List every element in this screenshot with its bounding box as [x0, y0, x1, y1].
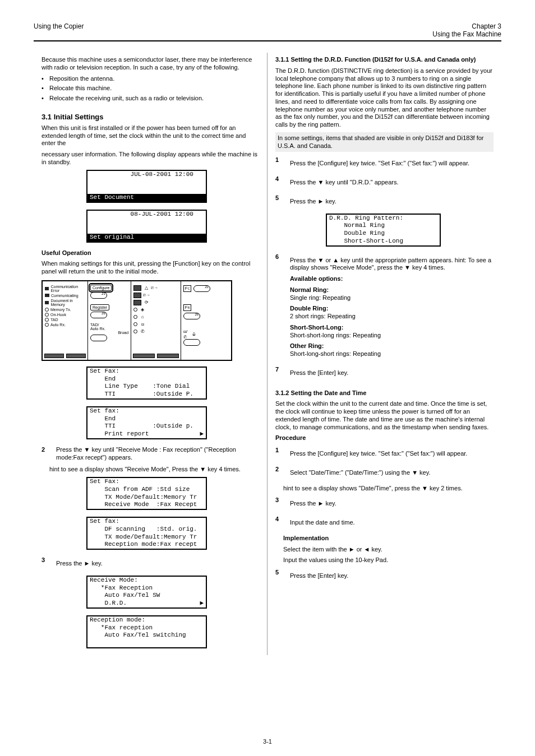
- step-6: 6 Press the ▼ or ▲ key until the appropr…: [275, 253, 494, 361]
- control-panel-diagram: Communication Error Communicating Docume…: [41, 280, 232, 361]
- led-tad-icon: [45, 318, 49, 322]
- led-onhook-icon: [45, 313, 49, 317]
- step-text: Press the [Enter] key.: [290, 572, 494, 580]
- lcd-line: Line Type :Tone Dial: [87, 383, 206, 391]
- impl-a: Select the item with the ► or ◄ key.: [283, 546, 494, 554]
- configure-button[interactable]: Configure: [90, 285, 112, 291]
- lcd-line: Receive Mode :Fax Recept: [87, 501, 206, 509]
- lcd-set-fax-4: Set fax: DF scanning :Std. orig. TX mode…: [86, 517, 207, 550]
- intro-b1: Reposition the antenna.: [41, 75, 259, 83]
- panel-bar-icon: [133, 285, 141, 291]
- register-button[interactable]: Register: [90, 304, 109, 310]
- step-text: Press the ► key.: [56, 560, 259, 568]
- tape-phone-icon: ⧈/✆: [183, 332, 189, 337]
- dot-icon: [133, 308, 137, 312]
- panel-leds: Communication Error Communicating Docume…: [43, 281, 88, 360]
- step-text: Press the [Configure] key twice. "Set fa…: [290, 450, 494, 458]
- step-num: 1: [275, 156, 284, 163]
- step-text: Select "Date/Time:" ("Date/Time:") using…: [290, 469, 494, 477]
- step-text: Press the ► key.: [290, 198, 494, 206]
- lcd-line-blank2: [87, 186, 206, 194]
- opt-label: Double Ring:: [290, 305, 328, 312]
- led-label: Memory Tx.: [50, 308, 71, 312]
- led-label: Document in Memory: [50, 299, 85, 307]
- header-left: Using the Copier: [34, 22, 84, 38]
- panel-icons: △⎚→ ⎚→ ⟳ ◈ ⌂ ⧈ ✆: [131, 281, 181, 360]
- step-num: 3: [275, 497, 284, 503]
- lcd-drd-pattern: D.R.D. Ring Pattern: Normal Ring Double …: [326, 214, 441, 247]
- lcd-line: [87, 639, 206, 647]
- opt-desc: Short-long-short rings: Repeating: [290, 350, 381, 357]
- right-arrow-icon: ▶: [200, 600, 204, 607]
- step-7: 7 Press the [Enter] key.: [275, 366, 494, 381]
- lcd-set-fax-2: Set fax: End TTI :Outside p. Print repor…: [86, 406, 207, 439]
- led-doc-memory-icon: [45, 301, 49, 304]
- proc-step-2: 2 Select "Date/Time:" ("Date/Time:") usi…: [275, 466, 494, 480]
- up-arrow-icon: △: [144, 285, 149, 291]
- s312-p: Set the clock within the unit to the cur…: [275, 400, 494, 431]
- step-num: 2: [41, 446, 50, 453]
- useful-p: When making settings for this unit, pres…: [41, 260, 259, 276]
- section-3-1-title: 3.1 Initial Settings: [41, 113, 259, 121]
- useful-title: Useful Operation: [41, 249, 259, 257]
- panel-bar-icon: [133, 300, 141, 305]
- opt-desc: 2 short rings: Repeating: [290, 313, 356, 319]
- tad-label: TAD/ Auto Rx.: [90, 323, 128, 331]
- step-text: Press the ▼ key until "D.R.D." appears.: [290, 179, 494, 187]
- led-label: On-Hook: [50, 313, 66, 317]
- step-text: Input the date and time.: [290, 519, 494, 527]
- lcd-line: Scan from ADF :Std size: [87, 486, 206, 494]
- diamond-icon: ◈: [140, 307, 145, 313]
- bottom-oval-button[interactable]: [183, 339, 200, 346]
- proc-hint: hint to see a display shows "Date/Time",…: [283, 485, 494, 493]
- step-num: 4: [275, 175, 284, 182]
- lcd-line-blank2: [87, 226, 206, 234]
- proc-step-1: 1 Press the [Configure] key twice. "Set …: [275, 447, 494, 461]
- tad-oval-button[interactable]: [90, 335, 107, 341]
- wifi-icon: ⌂: [140, 314, 145, 320]
- led-label: Communicating: [51, 294, 79, 298]
- dot-icon: [133, 315, 137, 319]
- step-2: 2 Press the ▼ key until "Receive Mode : …: [41, 446, 259, 462]
- step-num: 3: [41, 556, 50, 563]
- cycle-icon: ⟳: [144, 300, 149, 305]
- lcd-line: Normal Ring: [327, 222, 440, 230]
- step-num: 5: [275, 194, 284, 201]
- s311-title: 3.1.1 Setting the D.R.D. Function (Di152…: [275, 56, 494, 64]
- led-comm-error-icon: [45, 287, 49, 290]
- configure-oval-button[interactable]: 21: [90, 292, 107, 299]
- lcd-line: *Fax reception: [87, 624, 206, 632]
- lcd-title: Set Fax:: [87, 368, 206, 375]
- fc-oval-button[interactable]: 21: [193, 285, 210, 292]
- intro-b2: Relocate this machine.: [41, 85, 259, 92]
- lcd-line: D.R.D.▶: [87, 600, 206, 607]
- fc-icon: FC: [183, 285, 191, 292]
- lcd-line: TX mode/Default:Memory Tr: [87, 534, 206, 541]
- led-label: Auto Rx.: [50, 323, 66, 327]
- header-title: Using the Fax Machine: [432, 30, 501, 38]
- lcd-set-fax-3: Set Fax: Scan from ADF :Std size TX Mode…: [86, 477, 207, 510]
- step-num: 2: [275, 466, 284, 472]
- step-num: 4: [275, 516, 284, 522]
- lcd-line: TX Mode/Default:Memory Tr: [87, 494, 206, 502]
- fr-oval-button[interactable]: 26: [183, 313, 200, 319]
- step-text: Press the ► key.: [290, 500, 494, 508]
- step2-hint: hint to see a display shows "Receive Mod…: [49, 466, 259, 474]
- lcd-receive-mode-2: Reception mode: *Fax reception Auto Fax/…: [86, 615, 207, 648]
- lcd-line: Auto Fax/Tel SW: [87, 592, 206, 600]
- register-oval-button[interactable]: 26: [90, 312, 107, 318]
- impl-b: Input the values using the 10-key Pad.: [283, 556, 494, 564]
- step-5: 5 Press the ► key.: [275, 194, 494, 209]
- lcd-line: *Fax Reception: [87, 585, 206, 592]
- speaker-icon: 🕭: [191, 332, 197, 337]
- opt-desc: Short-short-long rings: Repeating: [290, 332, 381, 338]
- s31-p1a: When this unit is first installed or if …: [41, 124, 259, 147]
- proc-step-3: 3 Press the ► key.: [275, 497, 494, 511]
- broad-label: Broad: [90, 331, 128, 335]
- lcd-line-blank: [87, 178, 206, 186]
- lcd-line: 08-JUL-2001 12:00: [87, 211, 206, 219]
- page-header: Using the Copier Chapter 3 Using the Fax…: [34, 22, 501, 41]
- lcd-title: Set fax:: [87, 518, 206, 526]
- dot-icon: [133, 322, 137, 326]
- step-3: 3 Press the ► key.: [41, 556, 259, 571]
